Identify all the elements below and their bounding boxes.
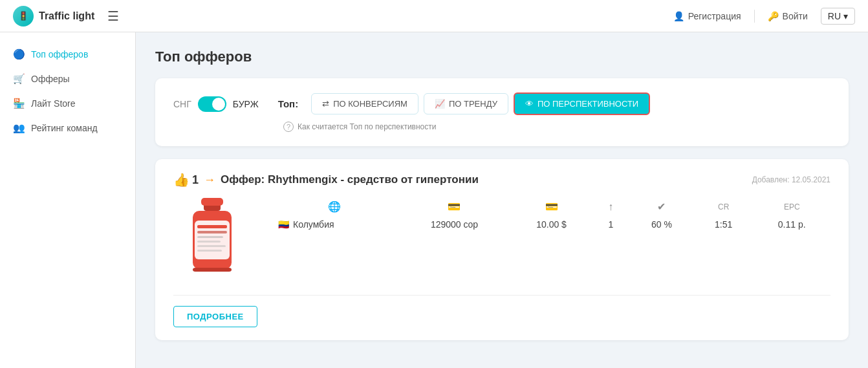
- toggle-right-label: БУРЖ: [233, 99, 259, 109]
- svg-rect-3: [201, 198, 223, 206]
- offers-icon: 🛒: [13, 73, 25, 85]
- region-toggle[interactable]: [198, 96, 226, 112]
- page-title: Топ офферов: [155, 49, 849, 65]
- btn-conversions[interactable]: ⇄ ПО КОНВЕРСИЯМ: [311, 93, 418, 114]
- globe-icon: 🌐: [328, 201, 341, 212]
- col-header-cr: CR: [694, 198, 754, 215]
- cell-price2: 10.00 $: [510, 215, 592, 233]
- team-rating-icon: 👥: [13, 122, 25, 134]
- language-selector[interactable]: RU ▾: [821, 8, 855, 25]
- cell-country: 🇨🇴 Колумбия: [270, 215, 398, 233]
- offer-date: Добавлен: 12.05.2021: [752, 175, 830, 184]
- app-header: 🚦 Traffic light ☰ 👤 Регистрация 🔑 Войти …: [0, 0, 868, 32]
- main-content: Топ офферов СНГ БУРЖ Топ: ⇄ ПО КОНВЕРСИЯ…: [136, 32, 868, 368]
- col-header-country: 🌐: [270, 198, 398, 215]
- filter-row: СНГ БУРЖ Топ: ⇄ ПО КОНВЕРСИЯМ 📈 ПО ТРЕНД…: [173, 92, 830, 115]
- sidebar: 🔵 Топ офферов 🛒 Офферы 🏪 Лайт Store 👥 Ре…: [0, 32, 136, 368]
- cr-label: CR: [718, 202, 729, 211]
- perspective-icon: 👁: [525, 99, 534, 109]
- cell-epc: 0.11 р.: [753, 215, 830, 233]
- offer-table: 🌐 💳 💳 ↑: [270, 198, 830, 233]
- payment-icon-2: 💳: [545, 201, 558, 212]
- offer-arrow-icon: →: [204, 173, 215, 187]
- details-button[interactable]: ПОДРОБНЕЕ: [173, 306, 257, 327]
- sidebar-item-team-rating[interactable]: 👥 Рейтинг команд: [0, 116, 135, 140]
- epc-label: EPC: [784, 202, 800, 211]
- payment-icon-1: 💳: [448, 201, 461, 212]
- col-header-price2: 💳: [510, 198, 592, 215]
- register-icon: 👤: [673, 11, 684, 21]
- login-btn[interactable]: 🔑 Войти: [768, 11, 808, 21]
- top-offers-icon: 🔵: [13, 49, 25, 60]
- check-icon: ✔: [657, 201, 666, 212]
- offer-body: 🌐 💳 💳 ↑: [173, 198, 830, 282]
- svg-rect-9: [197, 241, 221, 243]
- logo-icon: 🚦: [13, 6, 34, 27]
- col-header-count: ↑: [592, 198, 629, 215]
- register-btn[interactable]: 👤 Регистрация: [673, 11, 741, 21]
- chevron-down-icon: ▾: [843, 11, 848, 21]
- offer-title-row: 👍 1 → Оффер: Rhythmengix - средство от г…: [173, 172, 479, 188]
- sidebar-item-lite-store[interactable]: 🏪 Лайт Store: [0, 91, 135, 116]
- svg-rect-7: [197, 231, 227, 233]
- conversions-icon: ⇄: [322, 99, 329, 109]
- sidebar-item-top-offers[interactable]: 🔵 Топ офферов: [0, 42, 135, 67]
- btn-perspective[interactable]: 👁 ПО ПЕРСПЕКТИВНОСТИ: [514, 92, 650, 115]
- offer-footer: ПОДРОБНЕЕ: [173, 295, 830, 327]
- toggle-knob: [212, 98, 225, 111]
- col-header-epc: EPC: [753, 198, 830, 215]
- main-layout: 🔵 Топ офферов 🛒 Офферы 🏪 Лайт Store 👥 Ре…: [0, 32, 868, 368]
- cell-count: 1: [592, 215, 629, 233]
- svg-rect-6: [197, 225, 227, 228]
- lite-store-icon: 🏪: [13, 98, 25, 109]
- hint-text[interactable]: Как считается Топ по перспективности: [298, 122, 436, 131]
- hint-row: ? Как считается Топ по перспективности: [283, 122, 830, 132]
- toggle-left-label: СНГ: [173, 99, 191, 109]
- cell-price1: 129000 cop: [398, 215, 511, 233]
- svg-rect-12: [193, 268, 232, 272]
- top-label: Топ:: [278, 98, 298, 109]
- col-header-price1: 💳: [398, 198, 511, 215]
- svg-rect-11: [197, 250, 222, 252]
- svg-rect-8: [197, 236, 223, 238]
- filter-card: СНГ БУРЖ Топ: ⇄ ПО КОНВЕРСИЯМ 📈 ПО ТРЕНД…: [155, 78, 849, 146]
- logo[interactable]: 🚦 Traffic light: [13, 6, 94, 27]
- rank-thumb-icon: 👍: [173, 172, 190, 188]
- top-buttons: ⇄ ПО КОНВЕРСИЯМ 📈 ПО ТРЕНДУ 👁 ПО ПЕРСПЕК…: [311, 92, 650, 115]
- product-bottle-svg: [183, 198, 241, 282]
- offer-card: 👍 1 → Оффер: Rhythmengix - средство от г…: [155, 159, 849, 340]
- header-divider: [754, 10, 755, 23]
- sidebar-item-offers[interactable]: 🛒 Офферы: [0, 67, 135, 91]
- cell-cr: 1:51: [694, 215, 754, 233]
- svg-rect-10: [197, 245, 226, 247]
- table-row: 🇨🇴 Колумбия 129000 cop 10.00 $ 1 60 % 1:…: [270, 215, 830, 233]
- offer-rank: 👍 1: [173, 172, 199, 188]
- btn-trend[interactable]: 📈 ПО ТРЕНДУ: [424, 93, 508, 114]
- logo-text: Traffic light: [39, 10, 94, 22]
- region-toggle-group: СНГ БУРЖ: [173, 96, 259, 112]
- offer-header: 👍 1 → Оффер: Rhythmengix - средство от г…: [173, 172, 830, 188]
- offer-name: Оффер: Rhythmengix - средство от гиперто…: [221, 173, 479, 186]
- menu-icon[interactable]: ☰: [107, 8, 119, 24]
- count-icon: ↑: [608, 201, 613, 212]
- trend-icon: 📈: [435, 99, 445, 109]
- col-header-percent: ✔: [629, 198, 694, 215]
- cell-percent: 60 %: [629, 215, 694, 233]
- svg-text:🚦: 🚦: [18, 10, 29, 21]
- header-right: 👤 Регистрация 🔑 Войти RU ▾: [673, 8, 855, 25]
- offer-table-wrap: 🌐 💳 💳 ↑: [270, 198, 830, 233]
- country-flag: 🇨🇴: [278, 219, 289, 230]
- login-icon: 🔑: [768, 11, 779, 21]
- offer-image: [173, 198, 251, 282]
- hint-icon: ?: [283, 122, 294, 132]
